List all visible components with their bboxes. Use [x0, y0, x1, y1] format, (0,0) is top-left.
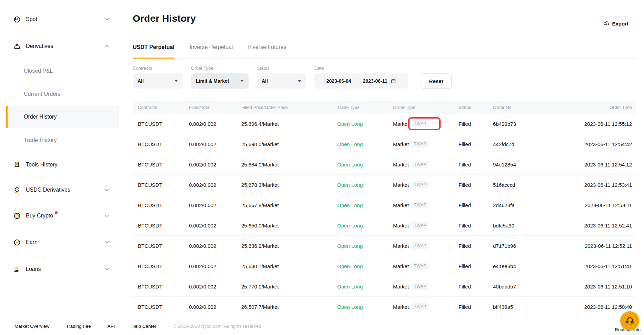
notification-dot — [55, 211, 58, 214]
order-type-text: Market — [393, 304, 409, 310]
main-content: Order History Export USDT Perpetual Inve… — [119, 0, 644, 317]
twap-badge: TWAP — [412, 263, 429, 270]
footer-link-market-overview[interactable]: Market Overview — [14, 324, 49, 329]
earn-icon — [13, 238, 21, 246]
col-header-filled-price: Filled Price/Order Price — [241, 105, 337, 110]
cell-order-time: 2023-06-11 12:53:11 — [579, 202, 636, 208]
col-header-status: Status — [459, 105, 493, 110]
sidebar-item-label: Buy Crypto — [26, 213, 53, 219]
support-chat-button[interactable] — [620, 311, 639, 330]
chevron-up-icon — [105, 45, 109, 48]
table-row: BTCUSDT 0.002/0.002 25,630.1/Market Open… — [133, 256, 636, 276]
cell-filled-total: 0.002/0.002 — [189, 284, 241, 290]
cell-status: Filled — [459, 263, 493, 269]
cell-filled-total: 0.002/0.002 — [189, 182, 241, 188]
order-type-text: Market — [393, 141, 409, 147]
order-type-select[interactable]: Limit & Market — [191, 73, 249, 89]
footer: Market Overview Trading Fee API Help Cen… — [0, 317, 644, 335]
cell-trade-type: Open Long — [337, 162, 393, 168]
date-range-picker[interactable]: 2023-06-04 → 2023-06-11 — [314, 73, 408, 89]
twap-badge: TWAP — [412, 141, 429, 148]
footer-link-trading-fee[interactable]: Trading Fee — [66, 324, 91, 329]
cell-filled-price: 25,678.3/Market — [241, 182, 337, 188]
cell-order-type: Market TWAP — [393, 215, 459, 235]
sidebar-item-label: Order History — [24, 114, 57, 120]
cell-order-time: 2023-06-11 12:52:11 — [579, 243, 636, 249]
cell-trade-type: Open Long — [337, 223, 393, 229]
sidebar-item-buy-crypto[interactable]: Buy Crypto — [0, 210, 119, 222]
sidebar-item-trade-history[interactable]: Trade History — [0, 134, 119, 146]
contracts-select[interactable]: All — [133, 73, 183, 89]
cell-filled-price: 25,684.0/Market — [241, 162, 337, 168]
sidebar-item-usdc-derivatives[interactable]: USDC Derivatives — [0, 184, 119, 196]
cell-order-no: 516acccd — [493, 182, 579, 188]
cell-order-time: 2023-06-11 12:54:12 — [579, 162, 636, 168]
export-button[interactable]: Export — [597, 17, 635, 30]
col-header-trade-type: Trade Type — [337, 105, 393, 110]
sidebar-item-closed-pnl[interactable]: Closed P&L — [0, 65, 119, 77]
table-row: BTCUSDT 0.002/0.002 25,636.9/Market Open… — [133, 236, 636, 256]
cell-contracts: BTCUSDT — [133, 182, 189, 188]
sidebar-item-order-history[interactable]: Order History — [6, 106, 119, 128]
contracts-filter-label: Contracts — [133, 65, 183, 71]
order-type-text: Market — [393, 284, 409, 290]
table-row: BTCUSDT 0.002/0.002 25,678.3/Market Open… — [133, 175, 636, 195]
footer-link-api[interactable]: API — [108, 324, 115, 329]
sidebar-item-loans[interactable]: Loans — [0, 263, 119, 275]
tab-inverse-futures[interactable]: Inverse Futures — [248, 44, 286, 58]
cell-trade-type: Open Long — [337, 182, 393, 188]
cell-status: Filled — [459, 284, 493, 290]
tools-history-icon — [13, 161, 21, 169]
cell-filled-price: 25,630.1/Market — [241, 263, 337, 269]
cell-order-type: Market TWAP — [393, 175, 459, 195]
cell-order-type: Market TWAP — [393, 256, 459, 276]
sidebar-item-label: Spot — [26, 16, 37, 22]
sidebar-item-tools-history[interactable]: Tools History — [0, 159, 119, 171]
twap-badge: TWAP — [412, 181, 429, 188]
status-filter-label: Status — [257, 65, 306, 71]
status-select[interactable]: All — [257, 73, 306, 89]
sidebar-item-earn[interactable]: Earn — [0, 236, 119, 248]
sidebar-item-spot[interactable]: Spot — [0, 13, 119, 26]
cell-filled-total: 0.002/0.002 — [189, 263, 241, 269]
cell-order-no: bdfc5a90 — [493, 223, 579, 229]
reset-button[interactable]: Reset — [421, 73, 452, 89]
cell-order-time: 2023-06-11 12:52:41 — [579, 223, 636, 229]
cell-filled-total: 0.002/0.002 — [189, 304, 241, 310]
chevron-down-icon — [105, 189, 109, 191]
twap-badge: TWAP — [412, 283, 429, 290]
caret-down-icon — [240, 80, 244, 82]
cell-order-type: Market TWAP — [393, 236, 459, 256]
cell-trade-type: Open Long — [337, 304, 393, 310]
sidebar-item-label: Loans — [26, 266, 41, 272]
order-type-text: Market — [393, 182, 409, 188]
cell-order-no: bff436a5 — [493, 304, 579, 310]
cell-contracts: BTCUSDT — [133, 304, 189, 310]
table-row: BTCUSDT 0.002/0.002 25,684.0/Market Open… — [133, 154, 636, 175]
cell-contracts: BTCUSDT — [133, 284, 189, 290]
tab-usdt-perpetual[interactable]: USDT Perpetual — [133, 44, 174, 58]
date-to: 2023-06-11 — [363, 78, 387, 84]
sidebar-item-label: Tools History — [26, 162, 58, 168]
cell-contracts: BTCUSDT — [133, 263, 189, 269]
sidebar-item-current-orders[interactable]: Current Orders — [0, 88, 119, 100]
cell-filled-total: 0.002/0.002 — [189, 223, 241, 229]
footer-link-help-center[interactable]: Help Center — [131, 324, 156, 329]
order-type-text: Market — [393, 202, 409, 208]
cell-status: Filled — [459, 243, 493, 249]
order-type-select-value: Limit & Market — [196, 78, 229, 84]
twap-badge: TWAP — [412, 120, 429, 127]
cell-filled-total: 0.002/0.002 — [189, 162, 241, 168]
cell-order-type: Market TWAP — [393, 276, 459, 296]
order-table-header: Contracts Filled/Total Filled Price/Orde… — [133, 101, 636, 114]
filters-bar: Contracts All Order Type Limit & Market … — [133, 65, 452, 89]
tab-inverse-perpetual[interactable]: Inverse Perpetual — [190, 44, 233, 58]
sidebar-item-derivatives[interactable]: Derivatives — [0, 40, 119, 52]
cell-order-no: 6b499b73 — [493, 121, 579, 127]
cell-order-time: 2023-06-11 12:54:42 — [579, 141, 636, 147]
cell-order-no: d7171b96 — [493, 243, 579, 249]
cell-order-time: 2023-06-11 12:53:41 — [579, 182, 636, 188]
spot-icon — [13, 16, 21, 23]
order-type-text: Market — [393, 162, 409, 168]
table-row: BTCUSDT 0.002/0.002 25,690.0/Market Open… — [133, 134, 636, 154]
